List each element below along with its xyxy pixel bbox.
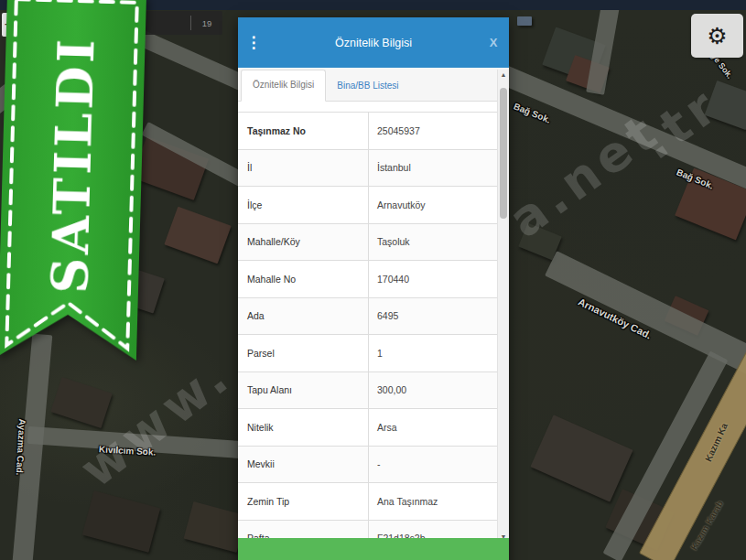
table-row: Tapu Alanı 300,00 [238, 372, 497, 409]
kebab-menu-icon[interactable]: ⋮ [238, 33, 269, 52]
table-row: İl İstanbul [238, 149, 497, 187]
row-value: 170440 [368, 261, 497, 297]
close-icon[interactable]: X [478, 36, 509, 49]
tab-bina-bb-listesi[interactable]: Bina/BB Listesi [326, 71, 409, 101]
sold-ribbon: SATILDI [0, 0, 146, 373]
modal-title: Öznitelik Bilgisi [269, 37, 478, 49]
row-label: Mahalle/Köy [238, 224, 368, 261]
row-value: - [368, 447, 497, 483]
settings-button[interactable]: ⚙ [691, 14, 743, 58]
tabs-bar: Öznitelik Bilgisi Bina/BB Listesi [238, 68, 509, 102]
table-row: Ada 6495 [238, 297, 497, 335]
row-value: İstanbul [368, 150, 497, 187]
attribute-table: Taşınmaz No 25045937 İl İstanbul İlçe Ar… [238, 112, 497, 556]
scrollbar-thumb[interactable] [500, 88, 507, 219]
table-row: Taşınmaz No 25045937 [238, 112, 497, 149]
modal-header: ⋮ Öznitelik Bilgisi X [238, 17, 509, 68]
table-row: Nitelik Arsa [238, 408, 497, 446]
app-screen: Bağ Sok. Bağ Sok. Arnavutköy Cad. Kazım … [0, 0, 746, 560]
row-label: Ada [238, 298, 368, 335]
row-label: İl [238, 150, 368, 187]
attribute-info-modal: ⋮ Öznitelik Bilgisi X Öznitelik Bilgisi … [238, 17, 509, 560]
gear-icon: ⚙ [707, 23, 727, 49]
row-value: 300,00 [368, 372, 497, 409]
row-label: İlçe [238, 187, 368, 223]
row-label: Zemin Tip [238, 483, 368, 520]
row-label: Mevkii [238, 447, 368, 483]
scroll-up-icon[interactable]: ▲ [498, 71, 509, 78]
tapu-kaydi-button[interactable]: Tapu Kaydı [238, 538, 509, 560]
row-label: Tapu Alanı [238, 372, 368, 409]
zoom-level-readout: 19 [191, 18, 222, 28]
row-value: 25045937 [368, 113, 497, 149]
ribbon-text: SATILDI [40, 35, 106, 294]
row-label: Nitelik [238, 409, 368, 446]
modal-scrollbar[interactable]: ▲ ▼ [497, 70, 509, 553]
row-label: Mahalle No [238, 261, 368, 297]
row-label: Taşınmaz No [238, 113, 368, 149]
tab-oznitelik-bilgisi[interactable]: Öznitelik Bilgisi [241, 70, 326, 102]
table-row: Zemin Tip Ana Taşınmaz [238, 482, 497, 520]
table-row: Parsel 1 [238, 334, 497, 372]
row-value: 1 [368, 335, 497, 372]
row-value: Ana Taşınmaz [368, 483, 497, 520]
table-row: İlçe Arnavutköy [238, 186, 497, 223]
row-value: Arsa [368, 409, 497, 446]
row-value: Taşoluk [368, 224, 497, 261]
row-value: 6495 [368, 298, 497, 335]
row-value: Arnavutköy [368, 187, 497, 223]
table-row: Mahalle/Köy Taşoluk [238, 223, 497, 261]
table-row: Mevkii - [238, 446, 497, 483]
row-label: Parsel [238, 335, 368, 372]
table-row: Mahalle No 170440 [238, 260, 497, 297]
